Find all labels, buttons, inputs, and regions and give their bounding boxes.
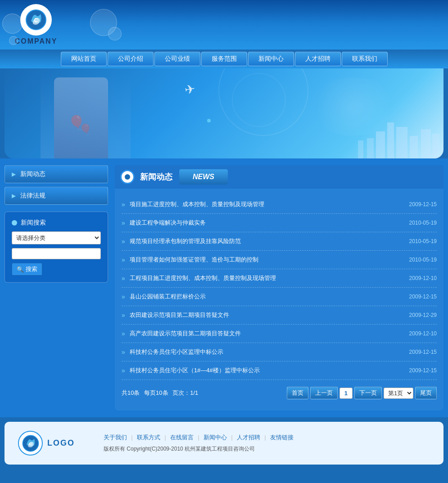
next-page-btn[interactable]: 下一页 xyxy=(354,387,382,399)
news-item-arrow-icon: » xyxy=(122,293,125,300)
news-item-arrow-icon: » xyxy=(122,367,125,374)
pagination-area: 共10条 每页10条 页次：1/1 首页 上一页 1 下一页 第1页 尾页 xyxy=(115,380,443,402)
news-header: 新闻动态 NEWS xyxy=(115,165,443,189)
news-item-date: 2010-05-19 xyxy=(409,238,437,244)
footer-separator: ｜ xyxy=(262,434,268,442)
nav-item-home[interactable]: 网站首页 xyxy=(61,52,107,66)
footer-logo-circle: C xyxy=(18,431,43,456)
nav-bar: 网站首页公司介绍公司业绩服务范围新闻中心人才招聘联系我们 xyxy=(0,50,448,68)
nav-item-services[interactable]: 服务范围 xyxy=(201,52,247,66)
bubble-deco xyxy=(9,36,18,45)
company-name-text: COMPANY xyxy=(15,37,58,45)
news-list-item[interactable]: »项目管理者如何加强签证管理、造价与工期的控制2010-05-19 xyxy=(122,251,437,269)
footer-link-0[interactable]: 关于我们 xyxy=(104,433,127,442)
search-title-text: 新闻搜索 xyxy=(21,219,46,227)
footer-link-3[interactable]: 新闻中心 xyxy=(204,433,227,442)
news-badge-inner xyxy=(125,174,130,180)
page-jump-select[interactable]: 第1页 xyxy=(384,388,413,399)
sidebar-menu: ▶新闻动态▶法律法规 xyxy=(5,165,108,205)
news-list-item[interactable]: »科技村公务员住宅小区（1#—4#楼）监理中标公示2009-12-15 xyxy=(122,361,437,380)
banner: 🎈 🎈 ✈ xyxy=(5,68,443,158)
news-badge xyxy=(120,170,135,184)
bubble-deco xyxy=(108,27,122,41)
svg-rect-9 xyxy=(432,134,439,158)
svg-rect-2 xyxy=(376,131,385,158)
sidebar-search-box: 新闻搜索 请选择分类新闻动态法律法规 🔍 搜索 xyxy=(5,212,108,283)
news-item-date: 2009-12-15 xyxy=(409,367,437,374)
logo-icon: C xyxy=(25,9,47,31)
news-item-arrow-icon: » xyxy=(122,311,125,319)
sidebar-item-news-dynamics[interactable]: ▶新闻动态 xyxy=(5,165,108,183)
search-category-select[interactable]: 请选择分类新闻动态法律法规 xyxy=(12,231,101,244)
footer-links: 关于我们｜联系方式｜在线留言｜新闻中心｜人才招聘｜友情链接 版权所有 Copyr… xyxy=(104,433,430,453)
news-item-arrow-icon: » xyxy=(122,201,125,208)
nav-item-recruit[interactable]: 人才招聘 xyxy=(295,52,341,66)
search-title: 新闻搜索 xyxy=(12,219,101,227)
svg-rect-8 xyxy=(358,140,363,158)
prev-page-btn[interactable]: 上一页 xyxy=(310,387,338,399)
news-content: 新闻动态 NEWS »项目施工进度控制、成本控制、质量控制及现场管理2009-1… xyxy=(115,165,443,411)
news-item-date: 2009-12-29 xyxy=(409,312,437,318)
news-item-arrow-icon: » xyxy=(122,238,125,245)
news-list-item[interactable]: »科技村公务员住宅小区监理中标公示2009-12-15 xyxy=(122,343,437,361)
nav-item-performance[interactable]: 公司业绩 xyxy=(154,52,200,66)
nav-item-contact[interactable]: 联系我们 xyxy=(342,52,388,66)
footer-nav: 关于我们｜联系方式｜在线留言｜新闻中心｜人才招聘｜友情链接 xyxy=(104,433,430,442)
news-item-title: 农田建设示范项目第二期项目答疑文件 xyxy=(130,311,405,319)
last-page-btn[interactable]: 尾页 xyxy=(415,387,437,399)
sidebar-item-laws[interactable]: ▶法律法规 xyxy=(5,187,108,205)
news-list-item[interactable]: »农田建设示范项目第二期项目答疑文件2009-12-29 xyxy=(122,306,437,325)
news-list-item[interactable]: »建设工程争端解决与仲裁实务2010-05-19 xyxy=(122,214,437,232)
svg-text:C: C xyxy=(34,17,38,23)
nav-item-news[interactable]: 新闻中心 xyxy=(248,52,294,66)
svg-rect-3 xyxy=(387,122,394,158)
search-button[interactable]: 🔍 搜索 xyxy=(12,263,42,275)
news-item-title: 规范项目经理承包制的管理及挂靠风险防范 xyxy=(130,237,405,245)
dot-deco xyxy=(207,119,211,122)
per-page: 每页10条 xyxy=(144,389,168,396)
news-item-date: 2009-12-15 xyxy=(409,201,437,208)
footer-link-4[interactable]: 人才招聘 xyxy=(237,433,260,442)
sidebar-arrow-icon: ▶ xyxy=(12,193,16,199)
footer-link-5[interactable]: 友情链接 xyxy=(270,433,294,442)
current-page: 1 xyxy=(339,388,353,399)
sidebar: ▶新闻动态▶法律法规 新闻搜索 请选择分类新闻动态法律法规 🔍 搜索 xyxy=(5,165,108,411)
news-item-title: 科技村公务员住宅小区（1#—4#楼）监理中标公示 xyxy=(130,366,405,375)
news-list-item[interactable]: »高产农田建设示范项目第二期项目答疑文件2009-12-10 xyxy=(122,325,437,343)
news-item-arrow-icon: » xyxy=(122,348,125,356)
footer-link-1[interactable]: 联系方式 xyxy=(137,433,160,442)
search-input[interactable] xyxy=(12,248,101,259)
news-item-date: 2009-12-15 xyxy=(409,293,437,300)
news-list-item[interactable]: »规范项目经理承包制的管理及挂靠风险防范2010-05-19 xyxy=(122,232,437,251)
news-list-item[interactable]: »工程项目施工进度控制、成本控制、质量控制及现场管理2009-12-10 xyxy=(122,269,437,288)
search-btn-label: 搜索 xyxy=(26,265,37,273)
news-item-arrow-icon: » xyxy=(122,256,125,263)
page-controls: 首页 上一页 1 下一页 第1页 尾页 xyxy=(287,387,437,399)
search-magnifier-icon: 🔍 xyxy=(17,266,24,273)
person-silhouette xyxy=(41,73,131,158)
footer-separator: ｜ xyxy=(129,434,135,442)
news-list: »项目施工进度控制、成本控制、质量控制及现场管理2009-12-15»建设工程争… xyxy=(115,195,443,380)
news-item-title: 建设工程争端解决与仲裁实务 xyxy=(130,219,405,227)
header: C COMPANY xyxy=(0,0,448,50)
news-item-title: 工程项目施工进度控制、成本控制、质量控制及现场管理 xyxy=(130,274,405,282)
sidebar-arrow-icon: ▶ xyxy=(12,171,16,177)
total-count: 共10条 xyxy=(122,389,140,396)
news-list-item[interactable]: »项目施工进度控制、成本控制、质量控制及现场管理2009-12-15 xyxy=(122,195,437,214)
page-position: 页次：1/1 xyxy=(172,389,198,396)
svg-rect-6 xyxy=(421,129,431,158)
news-item-title: 项目施工进度控制、成本控制、质量控制及现场管理 xyxy=(130,200,405,208)
news-item-date: 2009-12-15 xyxy=(409,349,437,355)
news-item-title: 县山公园铺装工程拦标价公示 xyxy=(130,293,405,301)
footer-separator: ｜ xyxy=(196,434,201,442)
news-item-title: 高产农田建设示范项目第二期项目答疑文件 xyxy=(130,330,405,338)
first-page-btn[interactable]: 首页 xyxy=(287,387,308,399)
search-dot-icon xyxy=(12,220,17,226)
footer-copyright: 版权所有 Copyright(C)2009-2010 杭州某建筑工程项目咨询公司 xyxy=(104,445,430,453)
airplane-icon: ✈ xyxy=(183,81,196,97)
footer-separator: ｜ xyxy=(163,434,168,442)
news-list-item[interactable]: »县山公园铺装工程拦标价公示2009-12-15 xyxy=(122,288,437,306)
svg-rect-4 xyxy=(396,127,407,158)
footer-link-2[interactable]: 在线留言 xyxy=(170,433,194,442)
nav-item-about[interactable]: 公司介绍 xyxy=(108,52,154,66)
